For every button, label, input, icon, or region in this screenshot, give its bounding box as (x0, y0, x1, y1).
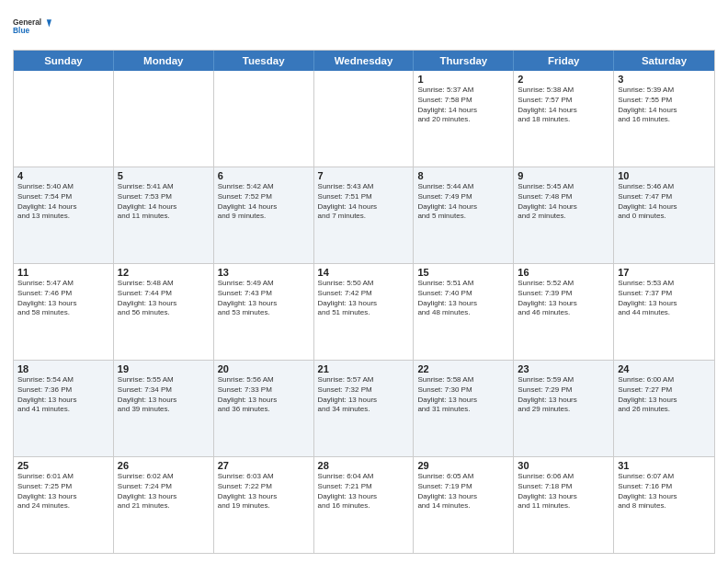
day-cell-w2-d4: 15Sunrise: 5:51 AM Sunset: 7:40 PM Dayli… (414, 264, 514, 360)
day-number: 25 (17, 460, 109, 471)
day-cell-w2-d0: 11Sunrise: 5:47 AM Sunset: 7:46 PM Dayli… (14, 264, 114, 360)
day-cell-w0-d6: 3Sunrise: 5:39 AM Sunset: 7:55 PM Daylig… (614, 71, 714, 167)
day-cell-w4-d3: 28Sunrise: 6:04 AM Sunset: 7:21 PM Dayli… (314, 457, 415, 553)
svg-text:Blue: Blue (13, 26, 29, 35)
day-number: 30 (518, 460, 609, 471)
day-info: Sunrise: 5:44 AM Sunset: 7:49 PM Dayligh… (417, 182, 509, 222)
day-number: 27 (218, 460, 310, 471)
day-number: 8 (417, 170, 509, 181)
day-info: Sunrise: 5:37 AM Sunset: 7:58 PM Dayligh… (417, 86, 509, 125)
day-info: Sunrise: 5:40 AM Sunset: 7:54 PM Dayligh… (17, 182, 109, 222)
day-cell-w3-d3: 21Sunrise: 5:57 AM Sunset: 7:32 PM Dayli… (314, 361, 415, 456)
day-info: Sunrise: 6:05 AM Sunset: 7:19 PM Dayligh… (417, 472, 509, 511)
day-cell-w2-d6: 17Sunrise: 5:53 AM Sunset: 7:37 PM Dayli… (614, 264, 714, 360)
day-number: 11 (17, 267, 109, 278)
day-cell-w0-d0 (14, 71, 114, 167)
day-cell-w4-d0: 25Sunrise: 6:01 AM Sunset: 7:25 PM Dayli… (14, 457, 114, 553)
day-info: Sunrise: 5:52 AM Sunset: 7:39 PM Dayligh… (518, 279, 609, 318)
day-cell-w3-d0: 18Sunrise: 5:54 AM Sunset: 7:36 PM Dayli… (14, 361, 114, 456)
day-number: 4 (17, 170, 109, 181)
day-cell-w1-d1: 5Sunrise: 5:41 AM Sunset: 7:53 PM Daylig… (114, 167, 214, 263)
day-info: Sunrise: 5:54 AM Sunset: 7:36 PM Dayligh… (17, 375, 109, 415)
day-info: Sunrise: 5:59 AM Sunset: 7:29 PM Dayligh… (518, 375, 609, 415)
day-number: 14 (318, 267, 410, 278)
day-info: Sunrise: 5:38 AM Sunset: 7:57 PM Dayligh… (518, 86, 609, 125)
day-info: Sunrise: 5:41 AM Sunset: 7:53 PM Dayligh… (118, 182, 210, 222)
day-number: 15 (417, 267, 509, 278)
day-cell-w4-d1: 26Sunrise: 6:02 AM Sunset: 7:24 PM Dayli… (114, 457, 214, 553)
day-info: Sunrise: 5:45 AM Sunset: 7:48 PM Dayligh… (518, 182, 609, 222)
day-info: Sunrise: 5:50 AM Sunset: 7:42 PM Dayligh… (318, 279, 410, 318)
week-1: 1Sunrise: 5:37 AM Sunset: 7:58 PM Daylig… (14, 71, 714, 167)
week-4: 18Sunrise: 5:54 AM Sunset: 7:36 PM Dayli… (14, 361, 714, 457)
day-number: 18 (17, 363, 109, 374)
day-cell-w2-d3: 14Sunrise: 5:50 AM Sunset: 7:42 PM Dayli… (314, 264, 415, 360)
day-info: Sunrise: 5:39 AM Sunset: 7:55 PM Dayligh… (618, 86, 711, 125)
calendar-body: 1Sunrise: 5:37 AM Sunset: 7:58 PM Daylig… (14, 71, 714, 553)
day-cell-w3-d1: 19Sunrise: 5:55 AM Sunset: 7:34 PM Dayli… (114, 361, 214, 456)
day-number: 28 (318, 460, 410, 471)
day-cell-w0-d4: 1Sunrise: 5:37 AM Sunset: 7:58 PM Daylig… (414, 71, 514, 167)
day-number: 22 (417, 363, 509, 374)
day-info: Sunrise: 5:48 AM Sunset: 7:44 PM Dayligh… (118, 279, 210, 318)
header-day-sunday: Sunday (14, 51, 114, 71)
day-cell-w2-d5: 16Sunrise: 5:52 AM Sunset: 7:39 PM Dayli… (514, 264, 614, 360)
header: General Blue (13, 9, 715, 44)
day-info: Sunrise: 5:56 AM Sunset: 7:33 PM Dayligh… (218, 375, 310, 415)
day-number: 10 (618, 170, 711, 181)
day-info: Sunrise: 5:53 AM Sunset: 7:37 PM Dayligh… (618, 279, 711, 318)
svg-marker-2 (47, 19, 51, 27)
day-info: Sunrise: 6:04 AM Sunset: 7:21 PM Dayligh… (318, 472, 410, 511)
day-number: 16 (518, 267, 609, 278)
week-3: 11Sunrise: 5:47 AM Sunset: 7:46 PM Dayli… (14, 264, 714, 361)
logo-svg: General Blue (13, 9, 51, 44)
day-number: 23 (518, 363, 609, 374)
day-number: 26 (118, 460, 210, 471)
header-day-tuesday: Tuesday (214, 51, 314, 71)
week-2: 4Sunrise: 5:40 AM Sunset: 7:54 PM Daylig… (14, 167, 714, 264)
day-info: Sunrise: 5:49 AM Sunset: 7:43 PM Dayligh… (218, 279, 310, 318)
day-cell-w1-d4: 8Sunrise: 5:44 AM Sunset: 7:49 PM Daylig… (414, 167, 514, 263)
day-cell-w1-d2: 6Sunrise: 5:42 AM Sunset: 7:52 PM Daylig… (214, 167, 314, 263)
day-cell-w4-d6: 31Sunrise: 6:07 AM Sunset: 7:16 PM Dayli… (614, 457, 714, 553)
day-cell-w1-d0: 4Sunrise: 5:40 AM Sunset: 7:54 PM Daylig… (14, 167, 114, 263)
day-number: 31 (618, 460, 711, 471)
day-cell-w4-d4: 29Sunrise: 6:05 AM Sunset: 7:19 PM Dayli… (414, 457, 514, 553)
day-info: Sunrise: 5:55 AM Sunset: 7:34 PM Dayligh… (118, 375, 210, 415)
day-number: 1 (417, 74, 509, 85)
header-day-saturday: Saturday (614, 51, 714, 71)
day-number: 20 (218, 363, 310, 374)
day-cell-w3-d6: 24Sunrise: 6:00 AM Sunset: 7:27 PM Dayli… (614, 361, 714, 456)
day-number: 21 (318, 363, 410, 374)
day-number: 9 (518, 170, 609, 181)
day-number: 6 (218, 170, 310, 181)
day-info: Sunrise: 6:07 AM Sunset: 7:16 PM Dayligh… (618, 472, 711, 511)
day-cell-w2-d2: 13Sunrise: 5:49 AM Sunset: 7:43 PM Dayli… (214, 264, 314, 360)
day-cell-w4-d2: 27Sunrise: 6:03 AM Sunset: 7:22 PM Dayli… (214, 457, 314, 553)
day-number: 19 (118, 363, 210, 374)
day-cell-w3-d4: 22Sunrise: 5:58 AM Sunset: 7:30 PM Dayli… (414, 361, 514, 456)
day-cell-w2-d1: 12Sunrise: 5:48 AM Sunset: 7:44 PM Dayli… (114, 264, 214, 360)
day-info: Sunrise: 5:51 AM Sunset: 7:40 PM Dayligh… (417, 279, 509, 318)
day-cell-w4-d5: 30Sunrise: 6:06 AM Sunset: 7:18 PM Dayli… (514, 457, 614, 553)
day-number: 3 (618, 74, 711, 85)
day-info: Sunrise: 6:06 AM Sunset: 7:18 PM Dayligh… (518, 472, 609, 511)
day-number: 5 (118, 170, 210, 181)
day-number: 12 (118, 267, 210, 278)
day-cell-w0-d2 (214, 71, 314, 167)
day-info: Sunrise: 5:47 AM Sunset: 7:46 PM Dayligh… (17, 279, 109, 318)
page: General Blue SundayMondayTuesdayWednesda… (0, 0, 728, 563)
day-cell-w0-d5: 2Sunrise: 5:38 AM Sunset: 7:57 PM Daylig… (514, 71, 614, 167)
day-number: 17 (618, 267, 711, 278)
day-cell-w1-d5: 9Sunrise: 5:45 AM Sunset: 7:48 PM Daylig… (514, 167, 614, 263)
header-day-thursday: Thursday (414, 51, 514, 71)
week-5: 25Sunrise: 6:01 AM Sunset: 7:25 PM Dayli… (14, 457, 714, 553)
header-day-wednesday: Wednesday (314, 51, 415, 71)
day-cell-w0-d3 (314, 71, 415, 167)
day-info: Sunrise: 5:58 AM Sunset: 7:30 PM Dayligh… (417, 375, 509, 415)
day-number: 2 (518, 74, 609, 85)
header-day-monday: Monday (114, 51, 214, 71)
day-cell-w0-d1 (114, 71, 214, 167)
day-info: Sunrise: 5:46 AM Sunset: 7:47 PM Dayligh… (618, 182, 711, 222)
calendar-header: SundayMondayTuesdayWednesdayThursdayFrid… (14, 51, 714, 71)
